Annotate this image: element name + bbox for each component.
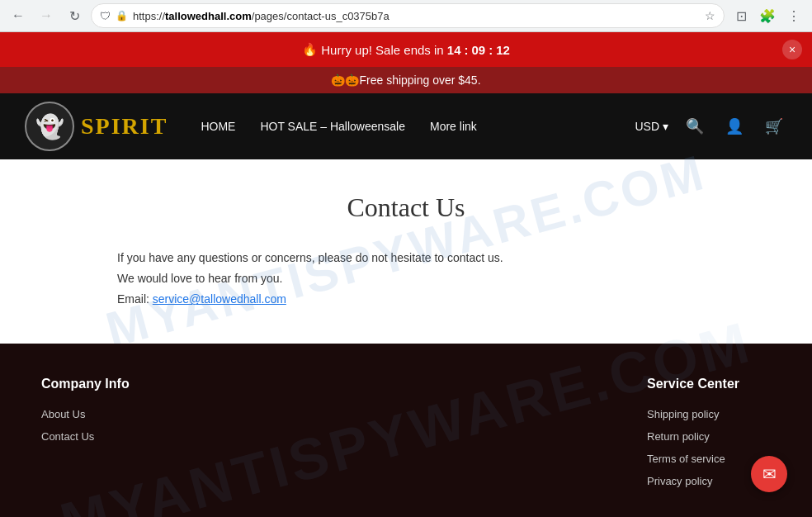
- contact-email-line: Email: service@tallowedhall.com: [117, 289, 695, 310]
- contact-line1: If you have any questions or concerns, p…: [117, 248, 695, 268]
- shipping-emoji: 🎃🎃: [331, 74, 359, 87]
- browser-action-buttons: ⊡ 🧩 ⋮: [729, 4, 805, 27]
- logo-icon: 👻: [35, 113, 64, 140]
- pocket-button[interactable]: ⊡: [729, 4, 753, 27]
- logo-circle: 👻: [25, 102, 74, 151]
- email-link[interactable]: service@tallowedhall.com: [153, 292, 286, 306]
- account-button[interactable]: 👤: [721, 113, 748, 140]
- currency-arrow-icon: ▾: [663, 120, 668, 133]
- footer-link-return[interactable]: Return policy: [647, 430, 771, 443]
- chat-icon: ✉: [762, 464, 777, 484]
- nav-links: HOME HOT SALE – Halloweensale More link: [201, 120, 635, 133]
- main-nav: 👻 SPIRIT HOME HOT SALE – Halloweensale M…: [0, 93, 812, 159]
- main-content: MYANTISPYWARE.COM Contact Us If you have…: [0, 159, 812, 344]
- footer-link-terms[interactable]: Terms of service: [647, 453, 771, 465]
- address-bar[interactable]: 🛡 🔒 https://tallowedhall.com/pages/conta…: [91, 3, 725, 28]
- nav-link-home[interactable]: HOME: [201, 120, 235, 133]
- timer-minutes: 09: [472, 43, 486, 57]
- footer: MYANTISPYWARE.COM Company Info About Us …: [0, 344, 812, 517]
- timer-seconds: 12: [496, 43, 510, 57]
- chat-widget[interactable]: ✉: [751, 456, 787, 492]
- page-title: Contact Us: [17, 192, 795, 223]
- timer-sep2: :: [489, 43, 493, 57]
- forward-button[interactable]: →: [35, 4, 58, 27]
- lock-icon: 🔒: [116, 10, 128, 21]
- contact-line2: We would love to hear from you.: [117, 268, 695, 289]
- sale-banner: 🔥 Hurry up! Sale ends in 14 : 09 : 12 ×: [0, 32, 812, 67]
- sale-banner-text: Hurry up! Sale ends in: [321, 43, 443, 57]
- back-button[interactable]: ←: [7, 4, 30, 27]
- shield-icon: 🛡: [100, 10, 111, 22]
- timer-hours: 14: [447, 43, 461, 57]
- refresh-button[interactable]: ↻: [63, 4, 86, 27]
- nav-link-more[interactable]: More link: [430, 120, 477, 133]
- footer-link-contact-us[interactable]: Contact Us: [41, 430, 165, 443]
- url-path: /pages/contact-us_c0375b7a: [252, 10, 389, 22]
- footer-company-heading: Company Info: [41, 377, 165, 391]
- shipping-text: Free shipping over $45.: [359, 74, 480, 87]
- contact-text: If you have any questions or concerns, p…: [117, 248, 695, 311]
- logo-text: SPIRIT: [81, 113, 168, 140]
- url-domain: tallowedhall.com: [165, 10, 252, 22]
- footer-columns: Company Info About Us Contact Us Service…: [41, 377, 771, 497]
- logo[interactable]: 👻 SPIRIT: [25, 102, 168, 151]
- nav-actions: USD ▾ 🔍 👤 🛒: [635, 113, 787, 140]
- currency-label: USD: [635, 120, 659, 133]
- more-button[interactable]: ⋮: [782, 4, 805, 27]
- browser-chrome: ← → ↻ 🛡 🔒 https://tallowedhall.com/pages…: [0, 0, 812, 32]
- search-button[interactable]: 🔍: [682, 113, 708, 140]
- footer-link-about-us[interactable]: About Us: [41, 408, 165, 420]
- nav-link-hot-sale[interactable]: HOT SALE – Halloweensale: [260, 120, 405, 133]
- countdown-timer: 14 : 09 : 12: [447, 43, 510, 57]
- footer-service-heading: Service Center: [647, 377, 771, 391]
- email-label: Email:: [117, 292, 153, 306]
- bookmark-icon[interactable]: ☆: [705, 9, 715, 22]
- sale-banner-close-button[interactable]: ×: [782, 40, 802, 59]
- browser-toolbar: ← → ↻ 🛡 🔒 https://tallowedhall.com/pages…: [0, 0, 812, 31]
- sale-banner-emoji: 🔥: [302, 42, 318, 57]
- footer-company-info: Company Info About Us Contact Us: [41, 377, 165, 497]
- shipping-banner: 🎃🎃Free shipping over $45.: [0, 67, 812, 93]
- timer-sep1: :: [465, 43, 469, 57]
- url-prefix: https://: [133, 10, 165, 22]
- footer-link-shipping[interactable]: Shipping policy: [647, 408, 771, 420]
- extensions-button[interactable]: 🧩: [756, 4, 779, 27]
- cart-button[interactable]: 🛒: [761, 113, 787, 140]
- currency-selector[interactable]: USD ▾: [635, 120, 668, 133]
- url-text: https://tallowedhall.com/pages/contact-u…: [133, 10, 700, 22]
